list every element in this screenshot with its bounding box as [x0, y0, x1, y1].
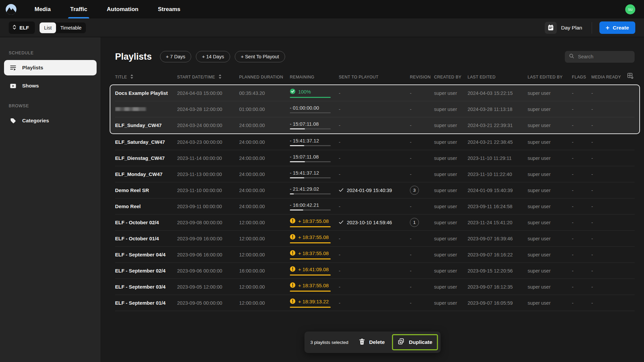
cell-sent-to-playout: -	[339, 252, 410, 257]
cell-created-by: super user	[434, 300, 468, 306]
delete-button[interactable]: Delete	[355, 336, 390, 349]
table-row[interactable]: ELF - October 02/42023-09-08 00:00:0012:…	[115, 215, 635, 231]
table-body: Docs Example Playlist2024-04-03 15:00:00…	[115, 84, 635, 311]
search-box[interactable]	[565, 51, 635, 63]
cell-revision: -	[410, 107, 434, 112]
calendar-icon	[545, 22, 557, 34]
cell-flags: -	[572, 139, 591, 145]
remaining-progress-track	[290, 242, 331, 243]
cell-revision: 3	[410, 186, 434, 195]
remaining-progress-track	[290, 258, 331, 259]
table-settings-icon[interactable]	[627, 73, 634, 79]
warning-icon	[290, 250, 296, 257]
duplicate-highlight-annotation: Duplicate	[392, 334, 438, 350]
cell-media-ready: -	[591, 284, 635, 290]
remaining-progress-fill	[290, 291, 331, 292]
cell-title: ELF - October 01/4	[115, 236, 177, 241]
remaining-text: + 18:37:55.08	[298, 283, 329, 288]
quick-filter-14-days[interactable]: + 14 Days	[196, 51, 230, 62]
user-avatar[interactable]: su	[625, 4, 635, 14]
sidebar-item-playlists[interactable]: Playlists	[4, 60, 97, 75]
column-header-title[interactable]: TITLE	[115, 74, 177, 80]
cell-planned-duration: 12:00:00.00	[239, 284, 290, 290]
table-row[interactable]: ELF - September 04/42023-09-06 16:00:001…	[115, 247, 635, 263]
view-toggle-list[interactable]: List	[40, 22, 56, 33]
nav-item-streams[interactable]: Streams	[148, 0, 190, 18]
cell-flags: -	[572, 188, 591, 193]
remaining-value: + 18:37:55.08	[290, 218, 331, 225]
duplicate-button[interactable]: Duplicate	[393, 335, 437, 349]
sort-icon[interactable]	[218, 74, 222, 80]
remaining-progress-track	[290, 177, 331, 178]
table-row[interactable]: 2024-03-28 12:00:0001:00:00.00- 01:00:00…	[115, 101, 635, 117]
cell-last-edited-by: super user	[528, 172, 572, 177]
remaining-text: - 16:00:42.21	[290, 202, 319, 208]
cell-start-datetime: 2023-09-05 12:00:00	[177, 284, 239, 290]
cell-planned-duration: 16:00:00.00	[239, 268, 290, 274]
channel-selector[interactable]: ELF	[9, 21, 35, 34]
table-row[interactable]: ELF_Saturday_CW472024-03-23 00:00:0024:0…	[115, 134, 635, 150]
check-circle-icon	[290, 88, 296, 95]
top-nav: MediaTrafficAutomationStreams su	[0, 0, 644, 18]
remaining-value: - 16:00:42.21	[290, 202, 331, 208]
cell-last-edited-by: super user	[528, 90, 572, 96]
view-toggle-timetable[interactable]: Timetable	[56, 22, 86, 33]
remaining-progress-track	[290, 145, 331, 146]
table-row[interactable]: ELF - October 01/42023-09-09 16:00:0012:…	[115, 231, 635, 247]
column-header-start-date-time[interactable]: START DATE/TIME	[177, 74, 239, 80]
cell-last-edited-by: super user	[528, 300, 572, 306]
day-plan-button[interactable]: Day Plan	[543, 21, 584, 34]
cell-sent-to-playout: -	[339, 268, 410, 274]
cell-remaining: + 18:39:13.22	[290, 298, 331, 308]
nav-item-automation[interactable]: Automation	[97, 0, 148, 18]
quick-filter-7-days[interactable]: + 7 Days	[160, 51, 192, 62]
column-header-last-edited: LAST EDITED	[468, 75, 528, 79]
cell-remaining: + 18:37:55.08	[290, 250, 331, 259]
nav-item-media[interactable]: Media	[25, 0, 60, 18]
search-input[interactable]	[577, 54, 631, 60]
cell-title: ELF - September 04/4	[115, 252, 177, 257]
table-row[interactable]: Demo Reel SR2023-11-10 00:00:0024:00:00.…	[115, 182, 635, 198]
create-button[interactable]: + Create	[599, 21, 635, 34]
table-row[interactable]: ELF_Monday_CW472023-11-13 00:00:0024:00:…	[115, 166, 635, 182]
cell-revision: -	[410, 300, 434, 306]
nav-item-label: Traffic	[70, 6, 87, 13]
table-row[interactable]: ELF_Dienstag_CW472023-11-14 00:00:0024:0…	[115, 150, 635, 166]
cell-title: ELF_Dienstag_CW47	[115, 156, 177, 161]
cell-title: ELF - September 02/4	[115, 268, 177, 274]
brand-logo-icon[interactable]	[5, 4, 17, 15]
day-plan-label: Day Plan	[561, 25, 582, 31]
cell-remaining: + 18:37:55.08	[290, 218, 331, 227]
cell-remaining: - 21:41:29.02	[290, 186, 331, 194]
table-row[interactable]: ELF - September 02/42023-09-06 00:00:001…	[115, 263, 635, 279]
quick-filter-sent-to-playout[interactable]: + Sent To Playout	[235, 51, 285, 62]
cell-planned-duration: 12:00:00.00	[239, 220, 290, 225]
remaining-progress-fill	[290, 226, 331, 227]
nav-item-traffic[interactable]: Traffic	[60, 0, 97, 18]
table-row[interactable]: ELF - September 03/42023-09-05 12:00:001…	[115, 279, 635, 295]
cell-last-edited-by: super user	[528, 204, 572, 209]
table-row[interactable]: Demo Reel2023-09-11 00:00:0024:00:00.00-…	[115, 198, 635, 215]
cell-revision: -	[410, 284, 434, 290]
cell-flags: -	[572, 90, 591, 96]
cell-planned-duration: 24:00:00.00	[239, 172, 290, 177]
cell-created-by: super user	[434, 268, 468, 274]
cell-start-datetime: 2023-11-14 00:00:00	[177, 156, 239, 161]
table-row[interactable]: Docs Example Playlist2024-04-03 15:00:00…	[115, 85, 635, 101]
sort-icon[interactable]	[130, 74, 133, 80]
sidebar: SCHEDULEPlaylistsShowsBROWSECategories	[0, 37, 101, 362]
table-row[interactable]: ELF - September 01/42023-09-05 00:00:001…	[115, 295, 635, 311]
search-icon	[569, 53, 574, 60]
sidebar-item-shows[interactable]: Shows	[4, 78, 97, 94]
cell-last-edited: 2023-09-11 16:24:58	[468, 204, 528, 209]
remaining-value: - 15:07:11.08	[290, 154, 331, 160]
cell-start-datetime: 2023-09-08 00:00:00	[177, 220, 239, 225]
cell-created-by: super user	[434, 236, 468, 241]
table-row[interactable]: ELF_Sunday_CW472024-03-24 00:00:0024:00:…	[115, 117, 635, 133]
toolbar-divider	[592, 22, 592, 34]
remaining-text: + 18:39:13.22	[298, 299, 329, 304]
cell-created-by: super user	[434, 123, 468, 128]
sidebar-item-categories[interactable]: Categories	[4, 113, 97, 128]
cell-start-datetime: 2023-11-10 00:00:00	[177, 188, 239, 193]
cell-sent-to-playout: -	[339, 123, 410, 128]
